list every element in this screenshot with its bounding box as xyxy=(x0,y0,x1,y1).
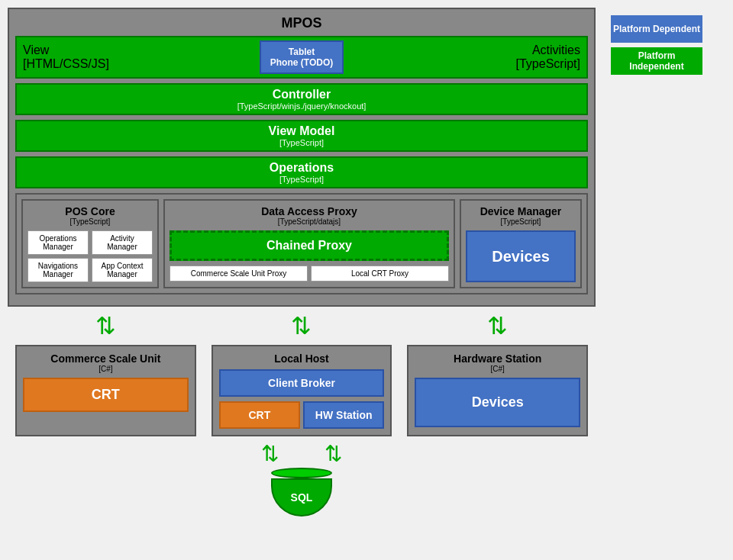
operations-subtitle: [TypeScript] xyxy=(23,175,580,184)
activities-label: Activities xyxy=(350,43,580,57)
commerce-scale-title: Commerce Scale Unit xyxy=(23,352,189,365)
arrow-1: ⇅ xyxy=(21,311,189,340)
mpos-container: MPOS View [HTML/CSS/JS] Tablet Phone (TO… xyxy=(8,8,596,307)
view-left: View [HTML/CSS/JS] xyxy=(23,40,253,74)
activities-sub: [TypeScript] xyxy=(350,57,580,71)
hardware-station-title: Hardware Station xyxy=(415,352,580,365)
local-crt-proxy: Local CRT Proxy xyxy=(311,266,449,282)
hw-station: HW Station xyxy=(303,401,384,429)
data-access-title: Data Access Proxy xyxy=(170,205,449,217)
sql-cylinder-top xyxy=(271,468,332,478)
data-access-subtitle: [TypeScript/datajs] xyxy=(170,217,449,226)
arrow-3: ⇅ xyxy=(414,311,582,340)
operations-label: Operations xyxy=(23,161,580,175)
view-model-label: View Model xyxy=(23,124,580,138)
pos-core-title: POS Core xyxy=(27,205,153,217)
proxy-row: Commerce Scale Unit Proxy Local CRT Prox… xyxy=(170,266,449,282)
arrow-2: ⇅ xyxy=(218,311,386,340)
view-right: Activities [TypeScript] xyxy=(350,40,580,74)
sql-arrow-1: ⇅ xyxy=(261,441,279,466)
commerce-scale-proxy: Commerce Scale Unit Proxy xyxy=(170,266,308,282)
controller-label: Controller xyxy=(23,88,580,101)
pos-core-item-ops: Operations Manager xyxy=(27,230,89,255)
sql-cylinder: SQL xyxy=(271,468,332,517)
pos-core-item-nav: Navigations Manager xyxy=(27,258,89,282)
tablet-phone-box: Tablet Phone (TODO) xyxy=(260,40,344,74)
mpos-title: MPOS xyxy=(15,15,588,31)
chained-proxy: Chained Proxy xyxy=(170,230,449,261)
legend-platform-dependent: Platform Dependent xyxy=(611,15,702,43)
commerce-scale-unit-box: Commerce Scale Unit [C#] CRT xyxy=(15,345,196,436)
data-access-proxy: Data Access Proxy [TypeScript/datajs] Ch… xyxy=(163,199,455,288)
device-manager-title: Device Manager xyxy=(466,205,576,217)
sql-cylinder-body: SQL xyxy=(271,478,332,517)
main-wrapper: MPOS View [HTML/CSS/JS] Tablet Phone (TO… xyxy=(0,0,733,524)
hardware-station-box: Hardware Station [C#] Devices xyxy=(407,345,588,436)
device-manager-subtitle: [TypeScript] xyxy=(466,217,576,226)
localhost-title: Local Host xyxy=(219,352,385,365)
local-host-row: CRT HW Station xyxy=(219,401,385,429)
tablet-label: Tablet xyxy=(270,47,333,57)
view-label: View xyxy=(23,43,253,57)
sql-label: SQL xyxy=(291,491,313,504)
pos-core-item-app: App Context Manager xyxy=(92,258,153,282)
controller-subtitle: [TypeScript/winjs./jquery/knockout] xyxy=(23,101,580,111)
hardware-devices: Devices xyxy=(415,378,580,427)
local-crt: CRT xyxy=(219,401,300,429)
commerce-crt: CRT xyxy=(23,378,189,412)
pos-core: POS Core [TypeScript] Operations Manager… xyxy=(21,199,159,288)
view-model-subtitle: [TypeScript] xyxy=(23,138,580,147)
devices-box: Devices xyxy=(466,230,576,282)
pos-core-item-activity: Activity Manager xyxy=(92,230,153,255)
sql-section: ⇅ ⇅ SQL xyxy=(8,441,596,517)
pos-core-subtitle: [TypeScript] xyxy=(27,217,153,226)
view-row: View [HTML/CSS/JS] Tablet Phone (TODO) A… xyxy=(15,36,588,79)
device-manager: Device Manager [TypeScript] Devices xyxy=(460,199,582,288)
legend-platform-independent: Platform Independent xyxy=(611,47,702,75)
hardware-station-subtitle: [C#] xyxy=(415,365,580,373)
bottom-section: Commerce Scale Unit [C#] CRT Local Host … xyxy=(8,345,596,436)
pos-section: POS Core [TypeScript] Operations Manager… xyxy=(15,193,588,294)
commerce-scale-subtitle: [C#] xyxy=(23,365,189,373)
localhost-box: Local Host Client Broker CRT HW Station xyxy=(212,345,392,436)
sql-arrow-2: ⇅ xyxy=(325,441,342,466)
tablet-sub: Phone (TODO) xyxy=(270,57,333,68)
pos-core-grid: Operations Manager Activity Manager Navi… xyxy=(27,230,153,282)
client-broker: Client Broker xyxy=(219,369,385,397)
legend: Platform Dependent Platform Independent xyxy=(603,8,710,517)
view-subtitle: [HTML/CSS/JS] xyxy=(23,57,253,71)
controller-row: Controller [TypeScript/winjs./jquery/kno… xyxy=(15,83,588,115)
sql-arrows: ⇅ ⇅ xyxy=(261,441,342,466)
operations-row: Operations [TypeScript] xyxy=(15,156,588,188)
arrows-section: ⇅ ⇅ ⇅ xyxy=(8,307,596,345)
view-model-row: View Model [TypeScript] xyxy=(15,120,588,152)
